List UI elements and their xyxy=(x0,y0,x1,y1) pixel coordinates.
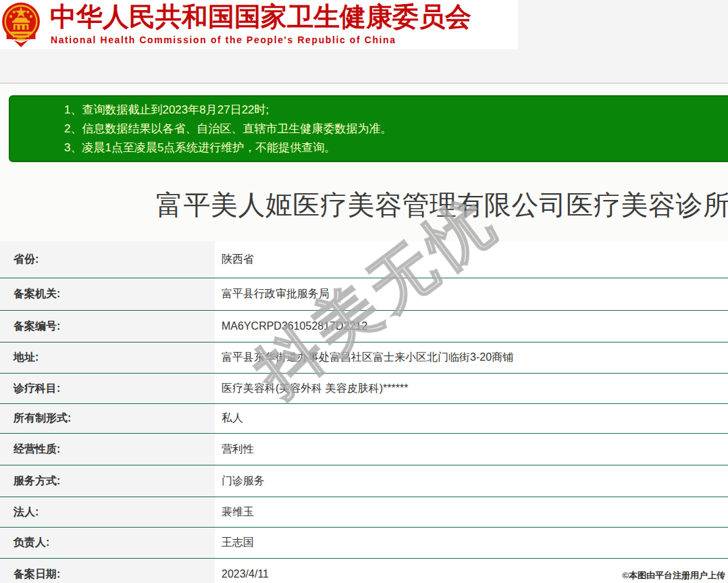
row-label: 经营性质: xyxy=(0,434,215,465)
row-value: 门诊服务 xyxy=(215,465,728,497)
table-row-filing-authority: 备案机关: 富平县行政审批服务局 xyxy=(0,278,728,311)
page-title: 富平美人姬医疗美容管理有限公司医疗美容诊所 xyxy=(156,186,728,224)
row-label: 地址: xyxy=(0,343,215,373)
notice-line-3: 3、凌晨1点至凌晨5点系统进行维护，不能提供查询。 xyxy=(64,138,728,157)
notice-box: 1、查询数据截止到2023年8月27日22时; 2、信息数据结果以各省、自治区、… xyxy=(9,95,728,162)
table-row-address: 地址: 富平县东华街道办事处富昌社区富士来小区北门临街3-20商铺 xyxy=(0,343,728,374)
row-label: 备案日期: xyxy=(0,559,215,583)
table-row-business-nature: 经营性质: 营利性 xyxy=(0,434,728,465)
table-row-ownership: 所有制形式: 私人 xyxy=(0,404,728,434)
header-title-en: National Health Commission of the People… xyxy=(51,34,396,45)
notice-line-1: 1、查询数据截止到2023年8月27日22时; xyxy=(64,101,728,120)
row-value: 裴维玉 xyxy=(215,497,728,527)
header-title-cn: 中华人民共和国国家卫生健康委员会 xyxy=(50,1,471,33)
row-label: 备案机关: xyxy=(0,278,215,310)
national-emblem-icon xyxy=(1,1,42,48)
row-value: 陕西省 xyxy=(215,241,728,278)
site-header: 中华人民共和国国家卫生健康委员会 National Health Commiss… xyxy=(0,0,518,49)
row-label: 法人: xyxy=(0,497,215,527)
row-value: 营利性 xyxy=(215,434,728,465)
record-table: 省份: 陕西省 备案机关: 富平县行政审批服务局 备案编号: MA6YCRPD3… xyxy=(0,241,728,583)
notice-line-2: 2、信息数据结果以各省、自治区、直辖市卫生健康委数据为准。 xyxy=(64,120,728,138)
row-label: 备案编号: xyxy=(0,311,215,342)
table-row-filing-date: 备案日期: 2023/4/11 xyxy=(0,559,728,583)
row-value: 富平县东华街道办事处富昌社区富士来小区北门临街3-20商铺 xyxy=(215,343,728,373)
table-row-service-mode: 服务方式: 门诊服务 xyxy=(0,465,728,497)
table-row-treatment-subjects: 诊疗科目: 医疗美容科(美容外科 美容皮肤科)****** xyxy=(0,374,728,404)
row-label: 省份: xyxy=(0,241,215,278)
photo-credit: ©本图由平台注册用户上传 xyxy=(622,569,725,582)
table-row-filing-number: 备案编号: MA6YCRPD361052817D2212 xyxy=(0,311,728,343)
row-value: 私人 xyxy=(215,404,728,433)
table-row-province: 省份: 陕西省 xyxy=(0,241,728,278)
row-value: 医疗美容科(美容外科 美容皮肤科)****** xyxy=(215,374,728,403)
table-row-person-in-charge: 负责人: 王志国 xyxy=(0,528,728,559)
row-value: 富平县行政审批服务局 xyxy=(215,278,728,310)
table-row-legal-person: 法人: 裴维玉 xyxy=(0,497,728,528)
row-value: 王志国 xyxy=(215,528,728,558)
top-band: 中华人民共和国国家卫生健康委员会 National Health Commiss… xyxy=(0,0,728,84)
row-label: 负责人: xyxy=(0,528,215,558)
row-label: 服务方式: xyxy=(0,465,215,497)
row-label: 所有制形式: xyxy=(0,404,215,433)
row-value: MA6YCRPD361052817D2212 xyxy=(215,311,728,342)
row-label: 诊疗科目: xyxy=(0,374,215,403)
